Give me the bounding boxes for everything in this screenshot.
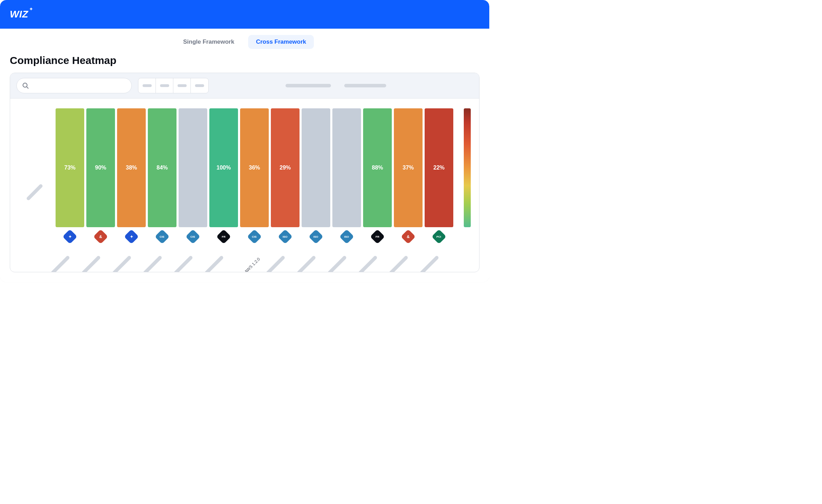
search-input[interactable] — [33, 83, 127, 89]
column-axis: ISO — [332, 227, 361, 266]
heatmap-cell[interactable]: 84% — [148, 108, 176, 227]
heatmap-column: 38%✦ — [117, 108, 146, 266]
color-legend — [464, 108, 471, 227]
pci-icon: PCI — [432, 229, 446, 244]
heatmap-cell[interactable] — [302, 108, 330, 227]
cis-icon: CIS — [247, 229, 262, 244]
filter-button-2[interactable] — [156, 78, 173, 93]
heatmap-cell[interactable]: 29% — [271, 108, 300, 227]
iso-icon: ISO — [339, 229, 354, 244]
iso-icon: ISO — [278, 229, 293, 244]
column-axis: FR — [363, 227, 392, 266]
heatmap-cells: 73%✦90%&38%✦84%CISCIS100%FR36%CISCIS AWS… — [56, 108, 453, 266]
column-axis: CISCIS AWS 1.2.0 — [240, 227, 269, 266]
heatmap-column: CIS — [179, 108, 207, 266]
heatmap-toolbar — [10, 73, 479, 99]
fr-icon: FR — [370, 229, 385, 244]
heatmap-cell[interactable]: 88% — [363, 108, 392, 227]
heatmap-cell[interactable]: 73% — [56, 108, 84, 227]
heatmap-column: 37%& — [394, 108, 423, 266]
toolbar-placeholder-1 — [286, 84, 331, 87]
heatmap-cell[interactable]: 36% — [240, 108, 269, 227]
tab-cross-framework[interactable]: Cross Framework — [248, 35, 314, 49]
legend-column — [457, 108, 472, 266]
heatmap-cell[interactable]: 100% — [209, 108, 238, 227]
tab-single-framework[interactable]: Single Framework — [175, 35, 242, 49]
column-axis: & — [86, 227, 115, 266]
heatmap-column: 36%CISCIS AWS 1.2.0 — [240, 108, 269, 266]
heatmap-column: 100%FR — [209, 108, 238, 266]
column-axis: ✦ — [56, 227, 84, 266]
fr-icon: FR — [216, 229, 231, 244]
toolbar-placeholder-2 — [344, 84, 386, 87]
app-header: WIZ — [0, 0, 489, 29]
heatmap-cell[interactable]: 37% — [394, 108, 423, 227]
page-title: Compliance Heatmap — [0, 54, 489, 73]
view-tabs: Single Framework Cross Framework — [0, 29, 489, 54]
column-axis: CIS — [179, 227, 207, 266]
heatmap-column: 73%✦ — [56, 108, 84, 266]
heatmap-column: 84%CIS — [148, 108, 176, 266]
svg-line-1 — [27, 87, 28, 88]
filter-group — [138, 78, 209, 93]
row-label-placeholder — [26, 183, 43, 201]
filter-button-1[interactable] — [138, 78, 156, 93]
heatmap-cell[interactable]: 90% — [86, 108, 115, 227]
heatmap-column: 88%FR — [363, 108, 392, 266]
iso-icon: ISO — [309, 229, 323, 244]
heatmap-column: ISO — [302, 108, 330, 266]
cis-icon: CIS — [186, 229, 200, 244]
ampersand-icon: & — [401, 229, 416, 244]
brand-logo: WIZ — [10, 9, 28, 20]
heatmap-cell[interactable] — [179, 108, 207, 227]
heatmap-column: ISO — [332, 108, 361, 266]
column-axis: FR — [209, 227, 238, 266]
heatmap-cell[interactable]: 38% — [117, 108, 146, 227]
ampersand-icon: & — [93, 229, 108, 244]
column-axis: ✦ — [117, 227, 146, 266]
star-icon: ✦ — [63, 229, 77, 244]
heatmap-cell[interactable] — [332, 108, 361, 227]
heatmap-cell[interactable]: 22% — [425, 108, 453, 227]
row-label-column — [17, 108, 52, 266]
column-label: CIS AWS 1.2.0 — [238, 257, 261, 272]
svg-point-0 — [23, 83, 27, 87]
star-icon: ✦ — [124, 229, 139, 244]
filter-button-4[interactable] — [191, 78, 208, 93]
column-axis: ISO — [271, 227, 300, 266]
column-axis: ISO — [302, 227, 330, 266]
heatmap-column: 29%ISO — [271, 108, 300, 266]
column-axis: PCI — [425, 227, 453, 266]
heatmap-column: 22%PCI — [425, 108, 453, 266]
column-label-placeholder — [50, 255, 70, 272]
search-icon — [22, 82, 29, 89]
filter-button-3[interactable] — [173, 78, 191, 93]
column-axis: & — [394, 227, 423, 266]
heatmap-chart: 73%✦90%&38%✦84%CISCIS100%FR36%CISCIS AWS… — [10, 99, 479, 272]
search-box[interactable] — [16, 78, 132, 93]
heatmap-column: 90%& — [86, 108, 115, 266]
cis-icon: CIS — [155, 229, 170, 244]
column-axis: CIS — [148, 227, 176, 266]
heatmap-panel: 73%✦90%&38%✦84%CISCIS100%FR36%CISCIS AWS… — [10, 73, 480, 272]
